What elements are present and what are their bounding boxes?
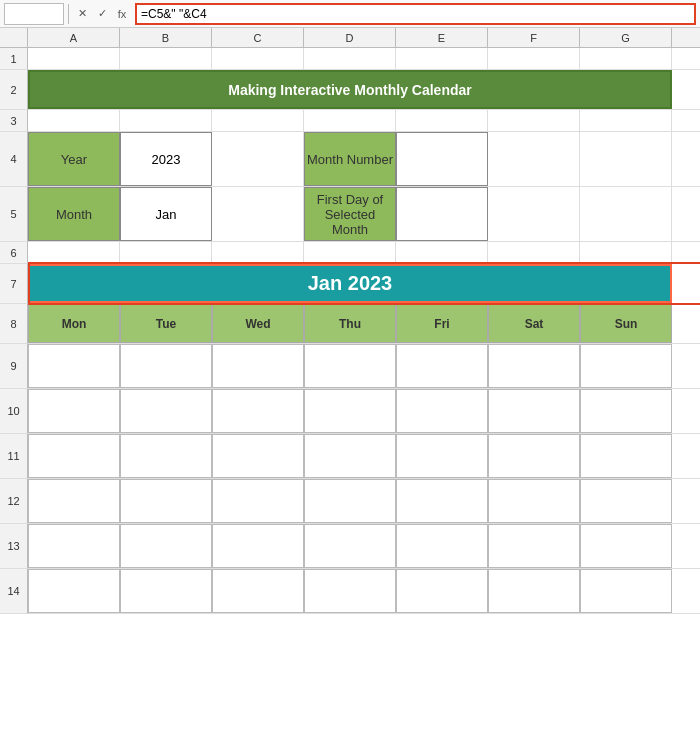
cell-h1[interactable] — [672, 48, 700, 69]
cell-h9[interactable] — [672, 344, 700, 388]
cal-w1-tue[interactable] — [120, 344, 212, 388]
month-number-value[interactable] — [396, 132, 488, 186]
cal-w4-sun[interactable] — [580, 479, 672, 523]
cal-w3-sun[interactable] — [580, 434, 672, 478]
cell-g5[interactable] — [488, 187, 580, 241]
cell-h13[interactable] — [672, 524, 700, 568]
cell-d6[interactable] — [212, 242, 304, 263]
year-value[interactable]: 2023 — [120, 132, 212, 186]
cal-w4-tue[interactable] — [120, 479, 212, 523]
fx-icon[interactable]: fx — [113, 5, 131, 23]
formula-input[interactable] — [135, 3, 696, 25]
cal-w5-sun[interactable] — [580, 524, 672, 568]
col-header-a[interactable]: A — [28, 28, 120, 47]
cal-w1-wed[interactable] — [212, 344, 304, 388]
cal-w1-sat[interactable] — [488, 344, 580, 388]
cal-w3-fri[interactable] — [396, 434, 488, 478]
cal-w4-thu[interactable] — [304, 479, 396, 523]
cal-w2-sun[interactable] — [580, 389, 672, 433]
cell-h12[interactable] — [672, 479, 700, 523]
cal-w3-tue[interactable] — [120, 434, 212, 478]
cell-g3[interactable] — [488, 110, 580, 131]
col-header-c[interactable]: C — [212, 28, 304, 47]
cal-w6-wed[interactable] — [212, 569, 304, 613]
cell-g1b[interactable] — [580, 48, 672, 69]
cal-w5-sat[interactable] — [488, 524, 580, 568]
cell-e3[interactable] — [304, 110, 396, 131]
cell-b3[interactable] — [28, 110, 120, 131]
cell-f1[interactable] — [396, 48, 488, 69]
cell-g5b[interactable] — [580, 187, 672, 241]
cell-h2[interactable] — [672, 70, 700, 109]
cal-w3-thu[interactable] — [304, 434, 396, 478]
cal-w4-fri[interactable] — [396, 479, 488, 523]
confirm-icon[interactable]: ✓ — [93, 5, 111, 23]
col-header-f[interactable]: F — [488, 28, 580, 47]
cal-w4-sat[interactable] — [488, 479, 580, 523]
cal-w1-fri[interactable] — [396, 344, 488, 388]
cell-f6[interactable] — [396, 242, 488, 263]
cell-reference[interactable]: B7 — [4, 3, 64, 25]
cell-g6b[interactable] — [580, 242, 672, 263]
cell-h5[interactable] — [672, 187, 700, 241]
cell-c3[interactable] — [120, 110, 212, 131]
row-10 — [28, 389, 700, 434]
cal-w3-sat[interactable] — [488, 434, 580, 478]
cell-g3b[interactable] — [580, 110, 672, 131]
cal-w4-wed[interactable] — [212, 479, 304, 523]
col-header-e[interactable]: E — [396, 28, 488, 47]
cell-d5[interactable] — [212, 187, 304, 241]
cell-d1[interactable] — [212, 48, 304, 69]
cell-c1[interactable] — [120, 48, 212, 69]
cell-h14[interactable] — [672, 569, 700, 613]
cell-d4[interactable] — [212, 132, 304, 186]
cell-c6[interactable] — [120, 242, 212, 263]
cal-w2-wed[interactable] — [212, 389, 304, 433]
cal-w1-mon[interactable] — [28, 344, 120, 388]
col-header-h[interactable]: H — [672, 28, 700, 47]
cal-w5-fri[interactable] — [396, 524, 488, 568]
col-header-g[interactable]: G — [580, 28, 672, 47]
cell-e6[interactable] — [304, 242, 396, 263]
cell-h4[interactable] — [672, 132, 700, 186]
cell-h8[interactable] — [672, 304, 700, 343]
cell-h10[interactable] — [672, 389, 700, 433]
cell-g4b[interactable] — [580, 132, 672, 186]
cal-w6-tue[interactable] — [120, 569, 212, 613]
cal-w4-mon[interactable] — [28, 479, 120, 523]
cal-w6-sat[interactable] — [488, 569, 580, 613]
month-value[interactable]: Jan — [120, 187, 212, 241]
cal-w6-thu[interactable] — [304, 569, 396, 613]
cell-h3[interactable] — [672, 110, 700, 131]
cal-w2-tue[interactable] — [120, 389, 212, 433]
cell-d3[interactable] — [212, 110, 304, 131]
cal-w6-fri[interactable] — [396, 569, 488, 613]
cell-b6[interactable] — [28, 242, 120, 263]
first-day-value[interactable] — [396, 187, 488, 241]
cancel-icon[interactable]: ✕ — [73, 5, 91, 23]
cell-e1[interactable] — [304, 48, 396, 69]
cell-f3[interactable] — [396, 110, 488, 131]
col-header-b[interactable]: B — [120, 28, 212, 47]
cal-w5-thu[interactable] — [304, 524, 396, 568]
cal-w6-mon[interactable] — [28, 569, 120, 613]
cell-h6[interactable] — [672, 242, 700, 263]
cell-g6[interactable] — [488, 242, 580, 263]
cal-w5-mon[interactable] — [28, 524, 120, 568]
col-header-d[interactable]: D — [304, 28, 396, 47]
cal-w5-tue[interactable] — [120, 524, 212, 568]
cal-w2-fri[interactable] — [396, 389, 488, 433]
cal-w2-sat[interactable] — [488, 389, 580, 433]
cal-w2-thu[interactable] — [304, 389, 396, 433]
cell-g1[interactable] — [488, 48, 580, 69]
cell-g4[interactable] — [488, 132, 580, 186]
cell-b1[interactable] — [28, 48, 120, 69]
cell-h11[interactable] — [672, 434, 700, 478]
cal-w2-mon[interactable] — [28, 389, 120, 433]
cal-w5-wed[interactable] — [212, 524, 304, 568]
cal-w3-mon[interactable] — [28, 434, 120, 478]
cal-w1-sun[interactable] — [580, 344, 672, 388]
cal-w6-sun[interactable] — [580, 569, 672, 613]
cal-w1-thu[interactable] — [304, 344, 396, 388]
cal-w3-wed[interactable] — [212, 434, 304, 478]
